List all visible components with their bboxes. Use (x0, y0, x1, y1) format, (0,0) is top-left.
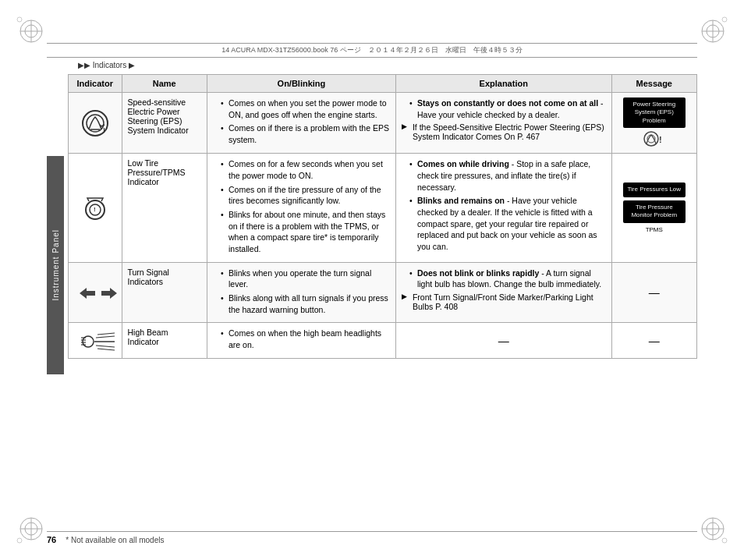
tire-bold-2: Blinks and remains on (417, 196, 505, 205)
eps-onblinking-item-2: Comes on if there is a problem with the … (221, 122, 390, 145)
eps-explanation-list: Stays on constantly or does not come on … (402, 97, 606, 120)
eps-msg-icon: ! (618, 131, 692, 148)
highbeam-onblinking-list: Comes on when the high beam headlights a… (213, 328, 390, 350)
col-header-indicator: Indicator (69, 75, 122, 93)
eps-name: Speed-sensitive Electric Power Steering … (128, 97, 189, 135)
svg-line-35 (96, 346, 115, 347)
explanation-cell-eps: Stays on constantly or does not come on … (395, 93, 611, 154)
footer-area: 76 * Not available on all models (47, 531, 697, 544)
corner-tl (16, 16, 47, 47)
svg-line-34 (96, 336, 115, 338)
tire-msg-box-1: Tire Pressures Low (623, 183, 686, 197)
highbeam-icon (80, 332, 110, 349)
page-number: 76 (47, 535, 56, 544)
tpms-label: TPMS (618, 226, 692, 233)
col-header-message: Message (611, 75, 697, 93)
explanation-cell-tire: Comes on while driving - Stop in a safe … (395, 154, 611, 263)
dash-turn: — (649, 286, 660, 299)
tire-onblinking-list: Comes on for a few seconds when you set … (213, 158, 390, 255)
turn-name: Turn Signal Indicators (128, 268, 169, 286)
indicator-cell-highbeam (69, 323, 122, 358)
indicator-cell-eps: ! (69, 93, 122, 154)
message-cell-highbeam: — (611, 323, 697, 358)
name-cell-turn: Turn Signal Indicators (122, 262, 207, 323)
turn-explanation-item-1: Does not blink or blinks rapidly - A tur… (409, 268, 606, 290)
turn-onblinking-list: Blinks when you operate the turn signal … (213, 268, 390, 316)
svg-point-4 (17, 17, 22, 22)
name-cell-highbeam: High Beam Indicator (122, 323, 207, 358)
svg-point-24 (644, 132, 658, 146)
svg-text:!: ! (94, 206, 96, 213)
table-row: ! Speed-sensitive Electric Power Steerin… (69, 93, 697, 154)
eps-msg-box: Power Steering System (EPS) Problem (623, 97, 686, 128)
dash-highbeam-msg: — (649, 335, 660, 347)
eps-icon: ! (81, 109, 109, 137)
tire-onblinking-item-3: Blinks for about one minute, and then st… (221, 209, 390, 255)
onblinking-cell-turn: Blinks when you operate the turn signal … (207, 262, 395, 323)
tire-name: Low Tire Pressure/TPMS Indicator (128, 158, 186, 186)
corner-br (697, 513, 728, 544)
message-cell-turn: — (611, 262, 697, 323)
onblinking-cell-tire: Comes on for a few seconds when you set … (207, 154, 395, 263)
tire-explanation-list: Comes on while driving - Stop in a safe … (402, 158, 606, 253)
col-header-explanation: Explanation (395, 75, 611, 93)
eps-bold-1: Stays on constantly or does not come on … (417, 98, 598, 108)
svg-line-36 (97, 333, 115, 335)
explanation-cell-turn: Does not blink or blinks rapidly - A tur… (395, 262, 611, 323)
breadcrumb-main: Indicators (93, 61, 126, 69)
dash-highbeam-exp: — (498, 335, 509, 347)
tire-icon: ! (81, 193, 109, 222)
eps-explanation-item-1: Stays on constantly or does not come on … (409, 97, 606, 120)
name-cell-eps: Speed-sensitive Electric Power Steering … (122, 93, 207, 154)
side-tab-label: Instrument Panel (51, 229, 60, 301)
onblinking-cell-highbeam: Comes on when the high beam headlights a… (207, 323, 395, 358)
turn-bold-1: Does not blink or blinks rapidly (417, 268, 539, 278)
table-row: ! Low Tire Pressure/TPMS Indicator Comes… (69, 154, 697, 263)
breadcrumb: ▶▶ Indicators ▶ (78, 61, 135, 69)
name-cell-tire: Low Tire Pressure/TPMS Indicator (122, 154, 207, 263)
tire-explanation-item-1: Comes on while driving - Stop in a safe … (409, 158, 606, 193)
tire-bold-1: Comes on while driving (417, 159, 509, 168)
side-tab: Instrument Panel (47, 156, 64, 374)
breadcrumb-prefix: ▶▶ (78, 61, 90, 69)
turn-ref: Front Turn Signal/Front Side Marker/Park… (402, 292, 606, 311)
message-cell-tire: Tire Pressures Low Tire Pressure Monitor… (611, 154, 697, 263)
breadcrumb-suffix: ▶ (129, 61, 135, 69)
footer-content: 76 * Not available on all models (47, 535, 697, 544)
col-header-name: Name (122, 75, 207, 93)
svg-marker-30 (80, 288, 95, 299)
japanese-header: 14 ACURA MDX-31TZ56000.book 76 ページ ２０１４年… (47, 45, 697, 55)
tire-msg-box-2: Tire Pressure Monitor Problem (623, 200, 686, 223)
header-area: 14 ACURA MDX-31TZ56000.book 76 ページ ２０１４年… (47, 43, 697, 58)
svg-text:!: ! (103, 126, 105, 134)
eps-onblinking-item-1: Comes on when you set the power mode to … (221, 97, 390, 120)
corner-bl (16, 513, 47, 544)
svg-line-37 (97, 349, 115, 350)
tire-explanation-item-2: Blinks and remains on - Have your vehicl… (409, 195, 606, 252)
svg-text:!: ! (659, 135, 662, 144)
table-row: Turn Signal Indicators Blinks when you o… (69, 262, 697, 323)
turn-explanation-list: Does not blink or blinks rapidly - A tur… (402, 268, 606, 290)
footer-note: * Not available on all models (66, 536, 164, 544)
turn-onblinking-item-2: Blinks along with all turn signals if yo… (221, 292, 390, 315)
highbeam-onblinking-item-1: Comes on when the high beam headlights a… (221, 328, 390, 350)
page: 14 ACURA MDX-31TZ56000.book 76 ページ ２０１４年… (0, 0, 744, 560)
onblinking-cell-eps: Comes on when you set the power mode to … (207, 93, 395, 154)
svg-point-14 (17, 538, 22, 543)
indicators-table: Indicator Name On/Blinking Explanation M… (68, 74, 697, 359)
turn-onblinking-item-1: Blinks when you operate the turn signal … (221, 268, 390, 290)
svg-point-19 (722, 538, 727, 543)
corner-tr (697, 16, 728, 47)
eps-onblinking-list: Comes on when you set the power mode to … (213, 97, 390, 146)
indicator-cell-tire: ! (69, 154, 122, 263)
eps-ref: If the Speed-Sensitive Electric Power St… (402, 122, 606, 141)
tire-onblinking-item-2: Comes on if the tire pressure of any of … (221, 184, 390, 207)
svg-marker-31 (101, 288, 117, 299)
tire-onblinking-item-1: Comes on for a few seconds when you set … (221, 158, 390, 181)
col-header-onblinking: On/Blinking (207, 75, 395, 93)
highbeam-name: High Beam Indicator (128, 328, 168, 346)
message-cell-eps: Power Steering System (EPS) Problem ! (611, 93, 697, 154)
table-row: High Beam Indicator Comes on when the hi… (69, 323, 697, 358)
indicator-cell-turn (69, 262, 122, 323)
turn-signal-icon (80, 285, 111, 300)
